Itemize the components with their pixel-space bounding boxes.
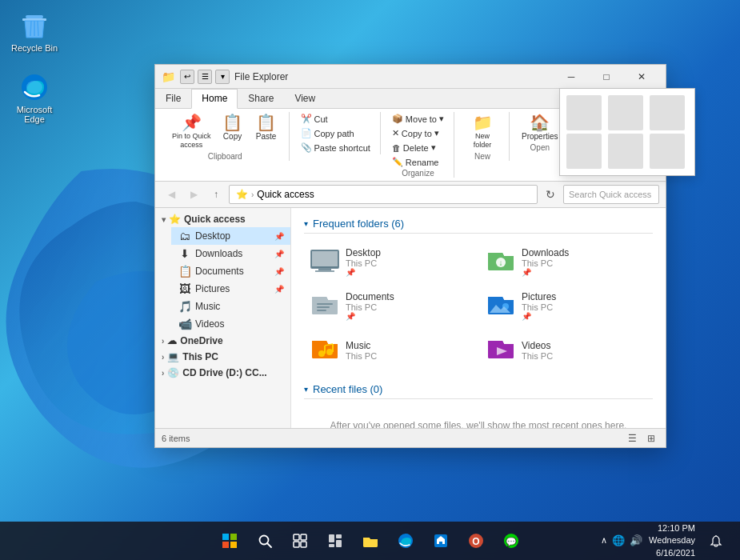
edge-taskbar-btn[interactable] — [390, 525, 422, 557]
folder-pictures[interactable]: Pictures This PC 📌 — [480, 286, 653, 326]
cd-drive-section[interactable]: › 💿 CD Drive (D:) CC... — [155, 365, 290, 381]
folder-pictures-info: Pictures This PC 📌 — [522, 291, 556, 321]
properties-btn[interactable]: ☰ — [198, 70, 212, 84]
folder-desktop-sub: This PC — [346, 258, 381, 268]
recent-empty-state: After you've opened some files, we'll sh… — [304, 407, 653, 428]
large-icons-view-btn[interactable]: ⊞ — [643, 430, 659, 446]
copy-path-btn[interactable]: 📄 Copy path — [298, 126, 374, 140]
svg-rect-35 — [336, 534, 342, 538]
taskbar-clock[interactable]: 12:10 PM Wednesday 6/16/2021 — [649, 522, 695, 559]
svg-point-19 — [326, 349, 333, 355]
forward-button[interactable]: ▶ — [184, 185, 203, 204]
quick-access-section[interactable]: ▾ ⭐ Quick access — [155, 211, 290, 227]
layout-popup — [559, 88, 695, 176]
layout-cell-6[interactable] — [650, 134, 685, 169]
minimize-button[interactable]: ─ — [554, 65, 589, 89]
tab-file[interactable]: File — [155, 89, 191, 108]
notification-button[interactable] — [702, 525, 730, 557]
tab-home[interactable]: Home — [191, 89, 238, 109]
folder-desktop[interactable]: Desktop This PC 📌 — [304, 242, 477, 282]
sidebar-item-downloads[interactable]: ⬇ Downloads 📌 — [171, 245, 290, 262]
folder-videos[interactable]: Videos This PC — [480, 330, 653, 370]
network-icon[interactable]: 🌐 — [612, 534, 625, 546]
svg-rect-32 — [294, 542, 299, 547]
layout-cell-2[interactable] — [608, 95, 643, 130]
customize-btn[interactable]: ▾ — [215, 70, 230, 84]
folder-documents-info: Documents This PC 📌 — [346, 291, 394, 321]
taskbar-right: ∧ 🌐 🔊 12:10 PM Wednesday 6/16/2021 — [601, 522, 740, 559]
layout-cell-4[interactable] — [566, 134, 602, 169]
search-box[interactable]: Search Quick access — [563, 185, 659, 204]
undo-btn[interactable]: ↩ — [180, 70, 194, 84]
details-view-btn[interactable]: ☰ — [624, 430, 640, 446]
copy-to-btn[interactable]: ✕ Copy to ▾ — [389, 126, 447, 140]
paste-shortcut-btn[interactable]: 📎 Paste shortcut — [298, 141, 374, 154]
music-label: Music — [195, 301, 284, 312]
rename-btn[interactable]: ✏️ Rename — [389, 155, 447, 169]
layout-cell-1[interactable] — [566, 95, 602, 130]
sidebar-item-music[interactable]: 🎵 Music — [171, 298, 290, 315]
delete-btn[interactable]: 🗑 Delete ▾ — [389, 141, 447, 154]
sidebar-item-desktop[interactable]: 🗂 Desktop 📌 — [171, 227, 290, 245]
properties-btn[interactable]: 🏠 Properties — [518, 112, 562, 143]
search-button[interactable] — [249, 525, 281, 557]
file-explorer-taskbar-btn[interactable] — [354, 525, 386, 557]
paste-btn[interactable]: 📋 Paste — [250, 112, 282, 143]
sidebar-item-videos[interactable]: 📹 Videos — [171, 315, 290, 333]
folder-music[interactable]: Music This PC — [304, 330, 477, 370]
delete-icon: 🗑 — [392, 143, 401, 153]
this-pc-section[interactable]: › 💻 This PC — [155, 349, 290, 365]
title-bar-left: 📁 ↩ ☰ ▾ File Explorer — [162, 70, 288, 84]
sidebar-item-documents[interactable]: 📋 Documents 📌 — [171, 262, 290, 280]
svg-rect-9 — [312, 251, 338, 266]
recycle-bin-icon[interactable]: Recycle Bin — [6, 6, 62, 56]
move-to-btn[interactable]: 📦 Move to ▾ — [389, 112, 447, 126]
movecopy-buttons: 📦 Move to ▾ ✕ Copy to ▾ 🗑 Delete ▾ ✏️ Re… — [389, 112, 447, 169]
svg-rect-11 — [315, 270, 334, 272]
store-taskbar-btn[interactable] — [425, 525, 457, 557]
back-button[interactable]: ◀ — [162, 185, 181, 204]
recent-files-header[interactable]: ▾ Recent files (0) — [304, 383, 653, 399]
folder-documents[interactable]: Documents This PC 📌 — [304, 286, 477, 326]
pin-to-quick-access-btn[interactable]: 📌 Pin to Quickaccess — [168, 112, 215, 152]
task-view-button[interactable] — [284, 525, 316, 557]
up-button[interactable]: ↑ — [206, 185, 226, 204]
svg-rect-26 — [222, 542, 229, 548]
edge-image — [18, 71, 50, 103]
onedrive-chevron: › — [162, 337, 164, 346]
svg-rect-0 — [26, 15, 43, 18]
new-folder-btn[interactable]: 📁 Newfolder — [462, 112, 502, 152]
close-button[interactable]: ✕ — [624, 65, 659, 89]
start-button[interactable] — [214, 525, 246, 557]
layout-cell-3[interactable] — [650, 95, 685, 130]
folder-desktop-info: Desktop This PC 📌 — [346, 247, 381, 277]
cut-btn[interactable]: ✂️ Cut — [298, 112, 374, 126]
volume-icon[interactable]: 🔊 — [630, 534, 642, 546]
onedrive-section[interactable]: › ☁ OneDrive — [155, 333, 290, 349]
folder-music-icon — [310, 334, 339, 366]
chat-taskbar-btn[interactable]: 💬 — [495, 525, 527, 557]
office-taskbar-btn[interactable]: O — [460, 525, 492, 557]
address-input[interactable]: ⭐ › Quick access — [229, 185, 538, 204]
clipboard-buttons: 📌 Pin to Quickaccess 📋 Copy 📋 Paste — [168, 112, 282, 152]
folder-downloads-icon: ↓ — [486, 246, 515, 278]
widgets-button[interactable] — [319, 525, 351, 557]
clipboard-group: 📌 Pin to Quickaccess 📋 Copy 📋 Paste Clip… — [162, 112, 290, 161]
folder-pictures-sub: This PC — [522, 302, 556, 312]
move-to-icon: 📦 — [392, 114, 403, 124]
edge-icon[interactable]: Microsoft Edge — [6, 68, 62, 127]
copy-btn[interactable]: 📋 Copy — [217, 112, 249, 143]
refresh-button[interactable]: ↻ — [541, 185, 560, 204]
sidebar-item-pictures[interactable]: 🖼 Pictures 📌 — [171, 280, 290, 298]
tab-share[interactable]: Share — [238, 89, 284, 108]
svg-rect-37 — [329, 544, 334, 547]
frequent-folders-header[interactable]: ▾ Frequent folders (6) — [304, 218, 653, 234]
tray-expand[interactable]: ∧ — [601, 535, 607, 546]
folder-downloads-info: Downloads This PC 📌 — [522, 247, 569, 277]
tab-view[interactable]: View — [284, 89, 326, 108]
clock-date-line2: 6/16/2021 — [649, 547, 695, 559]
maximize-button[interactable]: □ — [589, 65, 624, 89]
this-pc-label: This PC — [182, 351, 218, 362]
folder-downloads[interactable]: ↓ Downloads This PC 📌 — [480, 242, 653, 282]
layout-cell-5[interactable] — [608, 134, 643, 169]
